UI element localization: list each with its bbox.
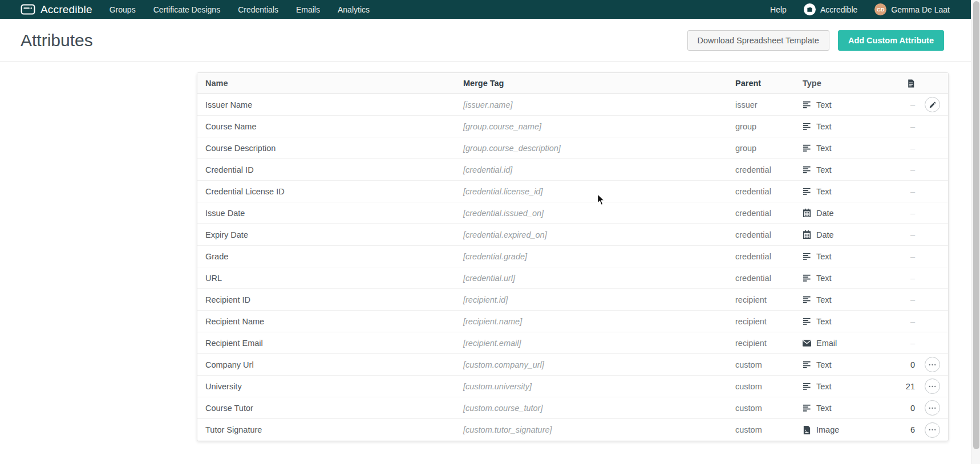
nav-right: Help Accredible GD Gemma De Laat	[770, 3, 950, 15]
row-count: 6	[891, 425, 915, 434]
text-type-icon	[803, 187, 811, 196]
column-header-parent: Parent	[735, 79, 803, 88]
nav-item-emails[interactable]: Emails	[296, 5, 320, 14]
row-count: –	[891, 122, 915, 131]
table-row: Recipient Email [recipient.email] recipi…	[197, 332, 948, 354]
table-row: Company Url [custom.company_url] custom …	[197, 354, 948, 376]
row-parent: recipient	[735, 295, 803, 304]
nav-item-groups[interactable]: Groups	[110, 5, 136, 14]
row-merge-tag: [group.course_name]	[463, 122, 735, 131]
row-name: Course Name	[205, 122, 463, 131]
download-spreadsheet-template-button[interactable]: Download Spreadsheet Template	[687, 30, 829, 51]
row-count: –	[891, 209, 915, 218]
brand[interactable]: Accredible	[21, 3, 92, 16]
text-type-icon	[803, 100, 811, 109]
row-merge-tag: [recipient.email]	[463, 339, 735, 348]
row-name: Recipient Email	[205, 339, 463, 348]
row-count: –	[891, 230, 915, 239]
row-merge-tag: [custom.company_url]	[463, 360, 735, 369]
avatar: GD	[874, 3, 886, 15]
main-nav: Groups Certificate Designs Credentials E…	[110, 5, 370, 14]
row-menu-button[interactable]	[925, 378, 940, 394]
nav-item-credentials[interactable]: Credentials	[238, 5, 278, 14]
row-menu-button[interactable]	[925, 357, 940, 372]
user-menu[interactable]: GD Gemma De Laat	[874, 3, 950, 15]
row-menu-button[interactable]	[925, 422, 940, 438]
row-type-label: Text	[816, 274, 832, 283]
row-name: Issuer Name	[205, 100, 463, 109]
row-parent: custom	[735, 382, 803, 391]
table-row: Issue Date [credential.issued_on] creden…	[197, 202, 948, 224]
row-count: –	[891, 144, 915, 153]
table-row: Grade [credential.grade] credential Text…	[197, 246, 948, 267]
vertical-scrollbar[interactable]	[971, 0, 980, 464]
row-name: Grade	[205, 252, 463, 261]
row-count: –	[891, 339, 915, 348]
row-parent: recipient	[735, 317, 803, 326]
row-type-label: Date	[816, 230, 834, 239]
table-row: Recipient ID [recipient.id] recipient Te…	[197, 289, 948, 311]
table-row: University [custom.university] custom Te…	[197, 376, 948, 397]
row-merge-tag: [recipient.id]	[463, 295, 735, 304]
row-count: –	[891, 274, 915, 283]
row-count: –	[891, 295, 915, 304]
nav-item-certificate-designs[interactable]: Certificate Designs	[153, 5, 221, 14]
table-row: Course Tutor [custom.course_tutor] custo…	[197, 397, 948, 419]
row-name: Recipient Name	[205, 317, 463, 326]
text-type-icon	[803, 122, 811, 131]
row-type-label: Text	[816, 144, 832, 153]
row-parent: credential	[735, 165, 803, 174]
row-type-label: Text	[816, 100, 832, 109]
row-parent: custom	[735, 425, 803, 434]
table-body: Issuer Name [issuer.name] issuer Text –	[197, 94, 948, 441]
row-name: University	[205, 382, 463, 391]
image-icon	[803, 426, 811, 434]
row-merge-tag: [custom.tutor_signature]	[463, 425, 735, 434]
row-type-label: Text	[816, 295, 832, 304]
user-name: Gemma De Laat	[891, 5, 950, 14]
row-name: Tutor Signature	[205, 425, 463, 434]
nav-item-help[interactable]: Help	[770, 5, 787, 14]
row-name: Credential ID	[205, 165, 463, 174]
row-merge-tag: [credential.id]	[463, 165, 735, 174]
row-type-label: Text	[816, 187, 832, 196]
table-row: URL [credential.url] credential Text –	[197, 267, 948, 289]
text-type-icon	[803, 165, 811, 174]
row-parent: custom	[735, 360, 803, 369]
page-title: Attributes	[21, 31, 93, 50]
row-merge-tag: [credential.grade]	[463, 252, 735, 261]
table-row: Issuer Name [issuer.name] issuer Text –	[197, 94, 948, 116]
table-row: Credential ID [credential.id] credential…	[197, 159, 948, 181]
edit-attribute-button[interactable]	[925, 97, 940, 112]
calendar-icon	[803, 209, 811, 217]
row-type-label: Text	[816, 165, 832, 174]
table-header-row: Name Merge Tag Parent Type	[197, 73, 948, 94]
row-merge-tag: [custom.university]	[463, 382, 735, 391]
row-count: 0	[891, 360, 915, 369]
column-header-name: Name	[205, 79, 463, 88]
table-row: Recipient Name [recipient.name] recipien…	[197, 311, 948, 332]
row-merge-tag: [custom.course_tutor]	[463, 404, 735, 413]
row-name: Company Url	[205, 360, 463, 369]
table-row: Tutor Signature [custom.tutor_signature]…	[197, 419, 948, 441]
row-parent: group	[735, 122, 803, 131]
add-custom-attribute-button[interactable]: Add Custom Attribute	[838, 30, 944, 51]
row-parent: issuer	[735, 100, 803, 109]
row-parent: group	[735, 144, 803, 153]
row-merge-tag: [credential.expired_on]	[463, 230, 735, 239]
attributes-table: Name Merge Tag Parent Type Issuer Name […	[197, 72, 949, 441]
org-switcher[interactable]: Accredible	[804, 3, 857, 15]
row-type-label: Image	[816, 425, 839, 434]
brand-name: Accredible	[41, 3, 92, 16]
row-count: –	[891, 187, 915, 196]
nav-item-analytics[interactable]: Analytics	[338, 5, 370, 14]
scrollbar-thumb[interactable]	[973, 1, 979, 449]
row-menu-button[interactable]	[925, 400, 940, 416]
text-type-icon	[803, 295, 811, 304]
row-name: Credential License ID	[205, 187, 463, 196]
row-merge-tag: [issuer.name]	[463, 100, 735, 109]
row-name: Issue Date	[205, 209, 463, 218]
row-count: –	[891, 252, 915, 261]
envelope-icon	[803, 340, 811, 347]
row-type-label: Text	[816, 122, 832, 131]
